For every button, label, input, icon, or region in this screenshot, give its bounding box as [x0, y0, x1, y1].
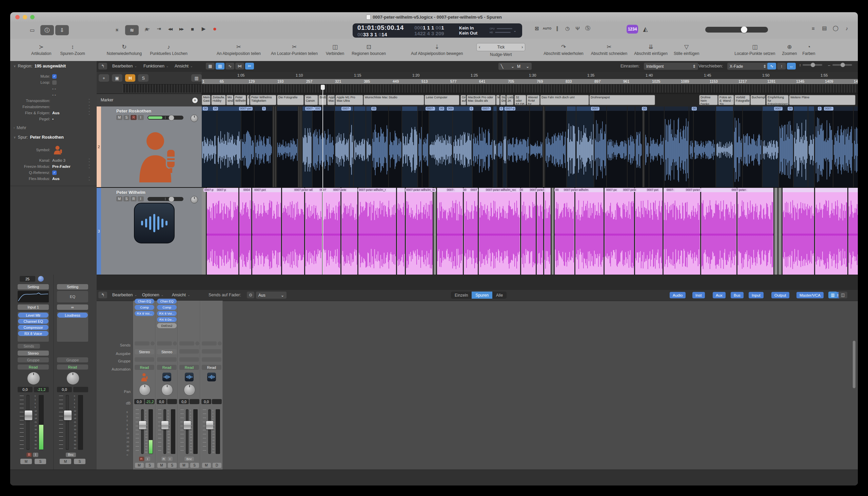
mixer-filter-audio[interactable]: Audio — [670, 292, 686, 298]
mixer-filter-aux[interactable]: Aux — [713, 292, 726, 298]
solo-tracks-button[interactable]: S — [138, 74, 149, 82]
toolbar-item-zoomen[interactable]: ⊕Zoomen — [782, 44, 797, 56]
mixer-filter-inst[interactable]: Inst — [692, 292, 705, 298]
plugin-slot[interactable]: Comp — [135, 305, 154, 310]
marker-vorbild-fotografie[interactable]: Vorbild Fotografie — [734, 95, 750, 105]
track-symbol-icon[interactable] — [53, 145, 63, 155]
volume-value[interactable]: 0,0 — [201, 399, 211, 404]
toolbar-item-an-locator-punkten-teilen[interactable]: ✂An Locator-Punkten teilen — [271, 44, 318, 56]
bar-ruler[interactable]: 1651291932573213854495135776417057698338… — [202, 79, 858, 84]
fader-track[interactable] — [164, 409, 166, 454]
software-monitoring-icon[interactable]: AUTO — [542, 27, 552, 30]
mixer-strip-master[interactable]: Read0,003691215182124303540455060MDMaste… — [200, 301, 223, 470]
plugin-slot[interactable]: Chan EQ — [157, 299, 177, 304]
marker-von-canon[interactable]: Von Canon — [305, 95, 318, 105]
volume-thumb[interactable] — [169, 196, 174, 202]
toolbar-item-abschnitt-wiederholen[interactable]: ↷Abschnitt wiederholen — [543, 44, 583, 56]
toolbar-item-regionen-bouncen[interactable]: ⊡Regionen bouncen — [352, 44, 386, 56]
media-browser-icon[interactable]: ♪ — [842, 26, 851, 31]
marker-b[interactable]: B — [247, 95, 250, 105]
channel-fader[interactable]: 03691215182124303540455060 — [57, 394, 91, 451]
toolbar-item-punktuelles-l-schen[interactable]: ♪Punktuelles Löschen — [150, 44, 187, 56]
pan-knob[interactable] — [27, 372, 40, 385]
rec-button-i[interactable]: I — [145, 457, 150, 461]
marker-drohnenpapst[interactable]: Drohnenpapst — [589, 95, 655, 105]
mixer-icon[interactable]: ≋ — [125, 25, 139, 35]
master-volume-slider[interactable] — [705, 27, 768, 33]
autopunch-icon[interactable]: ⊠ — [532, 26, 542, 32]
strip-input-button[interactable]: ∞ — [57, 305, 88, 310]
mixer-view-tab-einzeln[interactable]: Einzeln — [451, 292, 471, 299]
toolbar-item-auf-abspielposition-bewegen[interactable]: ⇣Auf Abspielposition bewegen — [411, 44, 463, 56]
ms-button-s[interactable]: S — [190, 463, 199, 468]
count-in-button[interactable]: 1234 — [626, 25, 638, 34]
ms-button-m[interactable]: M — [157, 463, 166, 468]
strip-output-slot[interactable] — [180, 349, 199, 354]
marker-m[interactable]: M — [496, 95, 500, 105]
marker-track-header[interactable]: Marker + — [97, 94, 202, 107]
rec-button-r[interactable]: R — [139, 457, 144, 461]
ms-button-m[interactable]: M — [135, 463, 144, 468]
marker-peter-wilhelm[interactable]: Peter Wilhelm — [234, 95, 246, 105]
nudge-value-stepper[interactable]: ‹Tick›Nudge-Wert — [476, 43, 525, 57]
power-icon[interactable]: ⊙ — [247, 292, 254, 298]
strip-group-slot[interactable] — [157, 357, 177, 362]
track-regions-3[interactable]: 0007-p0007-p00040007-pet0007-peter-wil00… — [202, 188, 858, 275]
tracks-scroll-strip[interactable] — [97, 275, 858, 290]
channel-fader[interactable]: 03691215182124303540455060 — [201, 408, 222, 455]
stepper-icon[interactable]: ⌃⌄ — [88, 99, 90, 103]
fader-cap[interactable] — [64, 410, 72, 420]
nudge-left-arrow[interactable]: ‹ — [479, 45, 480, 49]
strip-automation-button[interactable]: Read — [57, 365, 88, 370]
ms-button-m[interactable]: M — [20, 459, 32, 464]
marker-wieviel-ram-f-r[interactable]: Wieviel RAM für — [527, 95, 540, 105]
toolbar-item-abschnitt-einf-gen[interactable]: ⇊Abschnitt einfügen — [634, 44, 668, 56]
strip-group-button[interactable]: Gruppe — [18, 357, 49, 362]
marker-peter-wilhelms-t-tigkeiten[interactable]: Peter Wilhelms Tätigkeiten — [250, 95, 276, 105]
strip-group-slot[interactable] — [180, 357, 199, 362]
channel-fader[interactable]: 03691215182124303540455060 — [134, 408, 155, 455]
marker-zeitaufw-hobby[interactable]: Zeitaufw. Hobby — [211, 95, 226, 105]
toolbar-item-locator-punkte-setzen[interactable]: ◫Locator-Punkte setzen — [734, 44, 775, 56]
track-button-r[interactable]: R — [130, 115, 137, 120]
toolbar-item-stille-einf-gen[interactable]: ▽Stille einfügen — [674, 44, 699, 56]
pan-knob[interactable] — [161, 384, 173, 396]
plugin-slot[interactable]: RX 8 Voi... — [135, 311, 154, 316]
waveform-zoom-button[interactable]: ∿ — [767, 63, 776, 69]
tracks-menu-ansicht[interactable]: Ansicht⌄ — [175, 64, 193, 68]
nudge-right-arrow[interactable]: › — [522, 45, 523, 49]
mixer-strip-peter-helm[interactable]: Chan EQCompRX 8 Voi...RX 8 De...DeEss2St… — [156, 301, 178, 470]
pointer-tool-selector[interactable]: ╲⌄ — [498, 63, 517, 70]
marker-wunschliste-mac-studio[interactable]: Wunschliste Mac Studio — [363, 95, 424, 105]
go-to-beginning-button[interactable]: ⇤ — [143, 26, 152, 32]
input-meter-icon[interactable]: ∥ — [553, 26, 562, 32]
strip-input-button[interactable]: Input 1 — [18, 305, 49, 310]
library-icon[interactable]: ▭ — [26, 25, 39, 35]
vertical-zoom-slider[interactable]: ↕ — [799, 63, 822, 67]
record-button[interactable]: ● — [210, 25, 219, 33]
volume-value[interactable]: 0,0 — [134, 399, 144, 404]
playhead-handle[interactable] — [321, 85, 325, 90]
toolbar-item-verbinden[interactable]: ◫Verbinden — [326, 44, 344, 56]
track-2-waveforms-canvas[interactable] — [202, 106, 858, 187]
beat-ruler[interactable] — [123, 84, 858, 93]
ms-button-s[interactable]: S — [35, 459, 46, 464]
region-section-header[interactable]: ∨ Region:195 ausgewählt — [14, 64, 66, 68]
fader-cap[interactable] — [25, 410, 33, 420]
marker-mo-sind[interactable]: Mo sind — [226, 95, 234, 105]
fader-track[interactable] — [66, 395, 69, 450]
note-pad-icon[interactable]: ▤ — [820, 25, 829, 31]
solo-mode-icon[interactable]: Ⓢ — [583, 25, 592, 32]
strip-group-slot[interactable] — [135, 357, 154, 362]
volume-thumb[interactable] — [169, 115, 174, 121]
automation-icon[interactable]: ∿ — [226, 63, 234, 69]
ms-button-s[interactable]: S — [145, 463, 154, 468]
vertical-auto-zoom-button[interactable]: ↕ — [777, 63, 786, 69]
marker-buchempf-[interactable]: Buchempf. — [750, 95, 765, 105]
marker-appl-mac[interactable]: Appl. Mac — [327, 95, 335, 105]
mixer-filter-input[interactable]: Input — [749, 292, 763, 298]
mixer-view-tab-spuren[interactable]: Spuren — [471, 292, 492, 299]
strip-automation-button[interactable]: Read — [18, 365, 49, 370]
plugin-slot[interactable]: DeEss2 — [157, 323, 177, 328]
track-button-m[interactable]: M — [116, 196, 122, 201]
